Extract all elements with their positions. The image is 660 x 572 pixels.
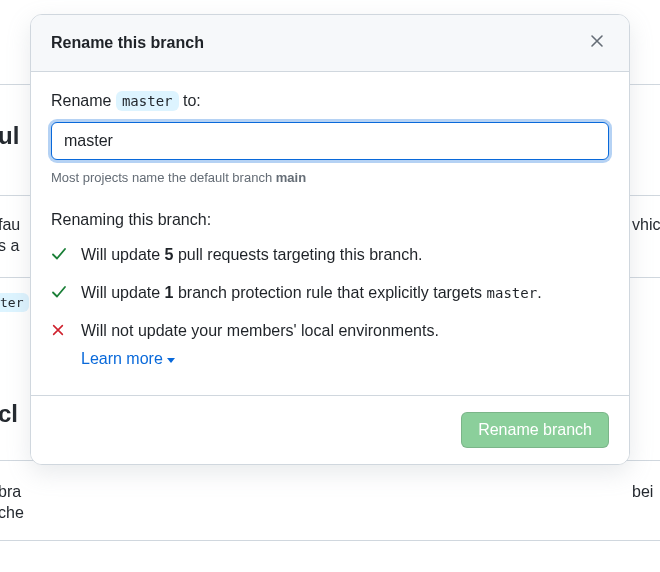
effects-heading: Renaming this branch: bbox=[51, 211, 609, 229]
branch-name-hint: Most projects name the default branch ma… bbox=[51, 170, 609, 185]
bg-heading-fragment: ul bbox=[0, 122, 19, 150]
branch-name-input[interactable] bbox=[51, 122, 609, 160]
rename-branch-dialog: Rename this branch Rename master to: Mos… bbox=[30, 14, 630, 465]
text-fragment: Will not update your members' local envi… bbox=[81, 322, 439, 339]
branch-mono: master bbox=[487, 285, 538, 301]
learn-more-label: Learn more bbox=[81, 347, 163, 371]
text-bold: 1 bbox=[165, 284, 174, 301]
list-item: Will update 1 branch protection rule tha… bbox=[51, 281, 609, 305]
text-fragment: Will update bbox=[81, 246, 165, 263]
effects-list: Will update 5 pull requests targeting th… bbox=[51, 243, 609, 371]
item-text: Will not update your members' local envi… bbox=[81, 319, 609, 371]
text-fragment: . bbox=[537, 284, 541, 301]
rename-branch-button[interactable]: Rename branch bbox=[461, 412, 609, 448]
dialog-footer: Rename branch bbox=[31, 396, 629, 464]
bg-text-fragment: fau bbox=[0, 216, 20, 234]
dialog-body: Rename master to: Most projects name the… bbox=[31, 72, 629, 396]
dialog-title: Rename this branch bbox=[51, 34, 204, 52]
hint-text: Most projects name the default branch bbox=[51, 170, 276, 185]
text-bold: 5 bbox=[165, 246, 174, 263]
text-fragment: branch protection rule that explicitly t… bbox=[174, 284, 487, 301]
rename-label-suffix: to: bbox=[179, 92, 201, 109]
close-icon bbox=[589, 33, 605, 54]
list-item: Will not update your members' local envi… bbox=[51, 319, 609, 371]
bg-text-fragment: bei bbox=[632, 483, 653, 501]
text-fragment: pull requests targeting this branch. bbox=[174, 246, 423, 263]
dialog-header: Rename this branch bbox=[31, 15, 629, 72]
chevron-down-icon bbox=[167, 358, 175, 363]
bg-heading-fragment: cl bbox=[0, 400, 18, 428]
bg-text-fragment: vhic bbox=[632, 216, 660, 234]
hint-bold: main bbox=[276, 170, 306, 185]
rename-label: Rename master to: bbox=[51, 92, 609, 110]
text-fragment: Will update bbox=[81, 284, 165, 301]
check-icon bbox=[51, 281, 69, 303]
bg-code-fragment: ter bbox=[0, 293, 29, 312]
item-text: Will update 1 branch protection rule tha… bbox=[81, 281, 609, 305]
bg-text-fragment: bra bbox=[0, 483, 21, 501]
rename-label-prefix: Rename bbox=[51, 92, 116, 109]
x-icon bbox=[51, 319, 69, 341]
close-button[interactable] bbox=[585, 31, 609, 55]
bg-text-fragment: che bbox=[0, 504, 24, 522]
item-text: Will update 5 pull requests targeting th… bbox=[81, 243, 609, 267]
current-branch-chip: master bbox=[116, 91, 179, 111]
bg-text-fragment: s a bbox=[0, 237, 19, 255]
check-icon bbox=[51, 243, 69, 265]
learn-more-link[interactable]: Learn more bbox=[81, 347, 175, 371]
list-item: Will update 5 pull requests targeting th… bbox=[51, 243, 609, 267]
